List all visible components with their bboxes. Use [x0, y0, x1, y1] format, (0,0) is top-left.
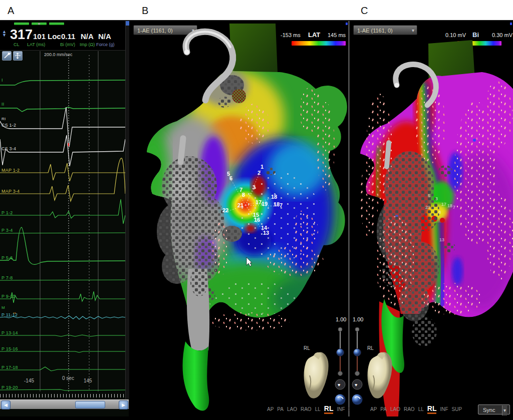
egm-header: ▲▼ 317 101 Loc 0.11 N/A N/A CL LAT (ms) … — [0, 21, 129, 51]
orientation-lao[interactable]: LAO — [390, 406, 400, 412]
orientation-pa[interactable]: PA — [277, 406, 284, 412]
svg-text:8: 8 — [438, 210, 441, 215]
svg-text:2: 2 — [258, 170, 261, 176]
svg-text:13: 13 — [439, 237, 444, 242]
imp-label: Imp (Ω) — [80, 42, 95, 47]
trace-label[interactable]: II — [2, 102, 4, 107]
trace-label[interactable]: P 13-14 — [2, 330, 18, 335]
cl-label: CL — [14, 42, 20, 47]
rotate-sphere-button[interactable] — [352, 394, 363, 405]
slider-thumb[interactable] — [354, 349, 361, 356]
orientation-rao[interactable]: RAO — [301, 406, 312, 412]
svg-text:17: 17 — [255, 199, 262, 205]
orientation-lao[interactable]: LAO — [287, 406, 297, 412]
trace-P910 — [0, 291, 125, 303]
loc-value: Loc — [48, 32, 61, 41]
trace-label[interactable]: P 1-2 — [2, 210, 13, 215]
svg-text:19: 19 — [262, 201, 268, 207]
trace-P78 — [0, 280, 125, 280]
heart-icon: ♥ — [338, 382, 340, 387]
slider-top-knob[interactable] — [355, 327, 359, 331]
svg-text:18: 18 — [447, 203, 452, 208]
trace-II — [0, 107, 125, 112]
signal-quality-bar — [32, 23, 47, 25]
svg-text:18: 18 — [274, 201, 280, 207]
zoom-value: 1.00 — [353, 316, 363, 322]
orientation-row: AP PA LAO RAO LL RL INF SUP — [267, 404, 359, 412]
svg-text:18: 18 — [271, 194, 277, 200]
orientation-ap[interactable]: AP — [267, 406, 274, 412]
lat-label: LAT (ms) — [27, 42, 45, 47]
vertical-scrollbar[interactable] — [125, 21, 129, 399]
orientation-rl-active[interactable]: RL — [427, 404, 437, 412]
trace-P1112 — [0, 316, 125, 319]
time-ruler — [0, 394, 125, 397]
voltage-map-panel: 1-AE (1161, 0) ▾ 0.10 mV Bi 0.30 mV — [349, 21, 513, 416]
reference-heart — [364, 345, 397, 405]
chevron-down-icon: ▾ — [502, 405, 507, 415]
trace-MAP34 — [0, 158, 125, 201]
trace-P34 — [0, 233, 125, 233]
scroll-right-button[interactable]: ▶ — [119, 400, 128, 409]
signal-quality-bar — [14, 23, 29, 25]
trace-label[interactable]: MAP 1-2 — [2, 168, 20, 173]
orientation-ap[interactable]: AP — [370, 406, 377, 412]
svg-text:1: 1 — [261, 164, 264, 170]
view-controls[interactable]: ♥ — [351, 323, 364, 407]
egm-panel: ▲▼ 317 101 Loc 0.11 N/A N/A CL LAT (ms) … — [0, 21, 129, 416]
lat-map-panel: 1-AE (1161, 0) ▾ -153 ms LAT 145 ms — [129, 21, 349, 416]
orientation-rao[interactable]: RAO — [404, 406, 415, 412]
orientation-pa[interactable]: PA — [380, 406, 387, 412]
svg-text:16: 16 — [254, 217, 260, 223]
panel-b-letter: B — [142, 5, 148, 17]
svg-text:14: 14 — [261, 225, 268, 231]
orientation-inf[interactable]: INF — [440, 406, 448, 412]
rotate-sphere-button[interactable] — [335, 394, 346, 405]
horizontal-scrollbar[interactable]: ◀ ▶ — [0, 399, 129, 409]
orientation-rl-active[interactable]: RL — [324, 404, 334, 412]
orientation-inf[interactable]: INF — [337, 406, 345, 412]
trace-label[interactable]: CS 3-4 — [2, 146, 16, 151]
egm-trace-canvas[interactable]: ** — [0, 51, 125, 391]
orientation-sup[interactable]: SUP — [452, 406, 462, 412]
imp-value: N/A — [81, 32, 94, 41]
trace-P1516 — [0, 351, 125, 352]
trace-label[interactable]: P 3-4 — [2, 228, 13, 233]
screenshot-root: { "figure": { "panels": ["A", "B", "C"] … — [0, 0, 513, 420]
svg-text:3: 3 — [252, 184, 255, 190]
reference-heart-label: RL — [367, 345, 374, 351]
trace-label[interactable]: P 17-18 — [2, 365, 18, 370]
trace-sublabel: M — [2, 305, 5, 310]
trace-label[interactable]: I — [2, 78, 3, 83]
trace-label[interactable]: P 19-20 — [2, 385, 18, 390]
orientation-row: AP PA LAO RAO LL RL INF SUP — [370, 404, 462, 412]
view-controls[interactable]: ♥ — [334, 323, 347, 407]
stat-stepper-icon[interactable]: ▲▼ — [2, 30, 7, 37]
force-label: Force (g) — [96, 42, 115, 47]
trace-CS12 — [0, 107, 125, 147]
orientation-ll[interactable]: LL — [418, 406, 424, 412]
trace-label[interactable]: P 11-12 — [2, 312, 18, 317]
figure-label-band: A B C — [0, 0, 513, 21]
sync-dropdown-button[interactable]: Sync ▾ — [478, 404, 510, 414]
svg-text:21: 21 — [237, 202, 243, 208]
trace-label[interactable]: P 15-16 — [2, 346, 18, 351]
scroll-left-button[interactable]: ◀ — [1, 400, 11, 409]
trace-label[interactable]: P 9-10 — [2, 294, 16, 299]
vertical-scroll-button[interactable] — [126, 21, 129, 26]
trace-label[interactable]: MAP 3-4 — [2, 189, 20, 194]
time-left: -145 — [24, 378, 34, 383]
trace-label[interactable]: CS 1-2 — [2, 123, 16, 128]
trace-label[interactable]: P 5-6 — [2, 255, 13, 260]
trace-label[interactable]: P 7-8 — [2, 275, 13, 280]
slider-thumb[interactable] — [337, 349, 344, 356]
slider-bottom-knob[interactable] — [338, 371, 343, 376]
time-right: 145 — [84, 378, 92, 383]
reference-heart-label: RL — [304, 345, 310, 351]
slider-top-knob[interactable] — [338, 327, 342, 331]
slider-bottom-knob[interactable] — [355, 371, 360, 376]
panel-c-letter: C — [361, 5, 368, 17]
mesh-electrode-grid — [232, 89, 246, 103]
orientation-ll[interactable]: LL — [315, 406, 321, 412]
scroll-thumb[interactable] — [75, 401, 105, 408]
